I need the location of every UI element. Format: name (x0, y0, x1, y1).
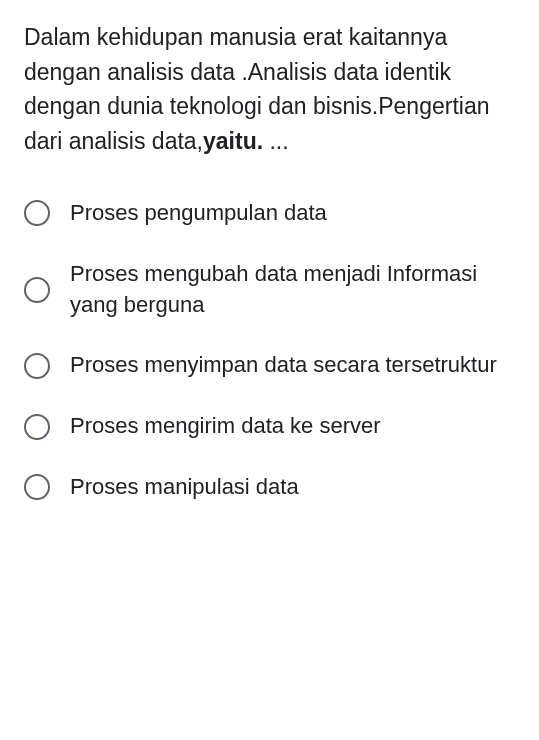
option-label: Proses pengumpulan data (70, 198, 327, 229)
option-label: Proses manipulasi data (70, 472, 299, 503)
radio-icon (24, 277, 50, 303)
option-label: Proses menyimpan data secara tersetruktu… (70, 350, 497, 381)
option-label: Proses mengubah data menjadi Informasi y… (70, 259, 515, 321)
option-2[interactable]: Proses mengubah data menjadi Informasi y… (24, 259, 515, 321)
radio-icon (24, 353, 50, 379)
radio-icon (24, 414, 50, 440)
question-part2: ... (263, 128, 289, 154)
option-1[interactable]: Proses pengumpulan data (24, 198, 515, 229)
radio-icon (24, 200, 50, 226)
option-4[interactable]: Proses mengirim data ke server (24, 411, 515, 442)
question-text: Dalam kehidupan manusia erat kaitannya d… (24, 20, 515, 158)
option-label: Proses mengirim data ke server (70, 411, 381, 442)
option-3[interactable]: Proses menyimpan data secara tersetruktu… (24, 350, 515, 381)
question-bold: yaitu. (203, 128, 263, 154)
options-list: Proses pengumpulan data Proses mengubah … (24, 198, 515, 503)
radio-icon (24, 474, 50, 500)
option-5[interactable]: Proses manipulasi data (24, 472, 515, 503)
